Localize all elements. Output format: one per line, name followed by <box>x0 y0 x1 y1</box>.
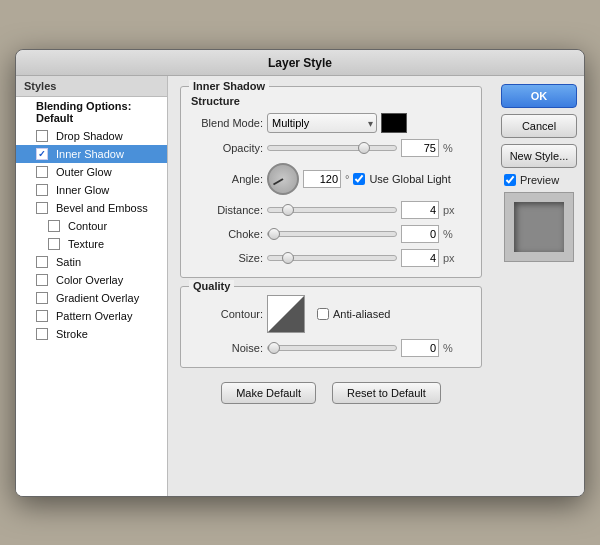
inner-shadow-checkbox[interactable]: ✓ <box>36 148 48 160</box>
drop-shadow-checkbox[interactable] <box>36 130 48 142</box>
size-slider[interactable] <box>267 255 397 261</box>
sidebar-item-outer-glow[interactable]: Outer Glow <box>16 163 167 181</box>
angle-dial[interactable] <box>267 163 299 195</box>
blend-mode-select-wrapper: Multiply Normal Screen Overlay <box>267 113 377 133</box>
sidebar-item-color-overlay[interactable]: Color Overlay <box>16 271 167 289</box>
blend-mode-row: Blend Mode: Multiply Normal Screen Overl… <box>191 113 471 133</box>
pattern-overlay-label: Pattern Overlay <box>56 310 132 322</box>
inner-shadow-label: Inner Shadow <box>56 148 124 160</box>
ok-button[interactable]: OK <box>501 84 577 108</box>
sidebar-item-texture[interactable]: Texture <box>16 235 167 253</box>
size-label: Size: <box>191 252 263 264</box>
sidebar-item-satin[interactable]: Satin <box>16 253 167 271</box>
sidebar-item-bevel-emboss[interactable]: Bevel and Emboss <box>16 199 167 217</box>
main-panel: Inner Shadow Structure Blend Mode: Multi… <box>168 76 494 496</box>
sidebar-item-stroke[interactable]: Stroke <box>16 325 167 343</box>
noise-unit: % <box>443 342 453 354</box>
color-overlay-checkbox[interactable] <box>36 274 48 286</box>
opacity-thumb[interactable] <box>358 142 370 154</box>
bevel-emboss-checkbox[interactable] <box>36 202 48 214</box>
contour-preview[interactable] <box>267 295 305 333</box>
noise-input[interactable] <box>401 339 439 357</box>
blend-color-swatch[interactable] <box>381 113 407 133</box>
make-default-button[interactable]: Make Default <box>221 382 316 404</box>
preview-box <box>504 192 574 262</box>
angle-label: Angle: <box>191 173 263 185</box>
anti-alias-label: Anti-aliased <box>317 308 390 320</box>
noise-thumb[interactable] <box>268 342 280 354</box>
opacity-row: Opacity: % <box>191 139 471 157</box>
anti-alias-text: Anti-aliased <box>333 308 390 320</box>
use-global-light-checkbox[interactable] <box>353 173 365 185</box>
outer-glow-checkbox[interactable] <box>36 166 48 178</box>
anti-alias-checkbox[interactable] <box>317 308 329 320</box>
stroke-label: Stroke <box>56 328 88 340</box>
quality-section: Quality Contour: Anti-aliased <box>180 286 482 368</box>
size-input[interactable] <box>401 249 439 267</box>
size-row: Size: px <box>191 249 471 267</box>
gradient-overlay-checkbox[interactable] <box>36 292 48 304</box>
choke-row: Choke: % <box>191 225 471 243</box>
pattern-overlay-checkbox[interactable] <box>36 310 48 322</box>
distance-row: Distance: px <box>191 201 471 219</box>
distance-label: Distance: <box>191 204 263 216</box>
preview-checkbox[interactable] <box>504 174 516 186</box>
contour-label: Contour: <box>191 308 263 320</box>
distance-input[interactable] <box>401 201 439 219</box>
blend-mode-select[interactable]: Multiply Normal Screen Overlay <box>267 113 377 133</box>
opacity-label: Opacity: <box>191 142 263 154</box>
angle-degree: ° <box>345 173 349 185</box>
size-thumb[interactable] <box>282 252 294 264</box>
blend-mode-label: Blend Mode: <box>191 117 263 129</box>
preview-text: Preview <box>520 174 559 186</box>
angle-row: Angle: ° Use Global Light <box>191 163 471 195</box>
color-overlay-label: Color Overlay <box>56 274 123 286</box>
satin-label: Satin <box>56 256 81 268</box>
outer-glow-label: Outer Glow <box>56 166 112 178</box>
blending-options-label: Blending Options: Default <box>36 100 159 124</box>
contour-label: Contour <box>68 220 107 232</box>
sidebar-item-gradient-overlay[interactable]: Gradient Overlay <box>16 289 167 307</box>
size-unit: px <box>443 252 455 264</box>
opacity-input[interactable] <box>401 139 439 157</box>
bevel-emboss-label: Bevel and Emboss <box>56 202 148 214</box>
sidebar-item-inner-glow[interactable]: Inner Glow <box>16 181 167 199</box>
sidebar-item-inner-shadow[interactable]: ✓ Inner Shadow <box>16 145 167 163</box>
distance-thumb[interactable] <box>282 204 294 216</box>
choke-unit: % <box>443 228 453 240</box>
sidebar-item-pattern-overlay[interactable]: Pattern Overlay <box>16 307 167 325</box>
contour-row: Contour: Anti-aliased <box>191 295 471 333</box>
dialog-title: Layer Style <box>16 50 584 76</box>
distance-slider[interactable] <box>267 207 397 213</box>
texture-checkbox[interactable] <box>48 238 60 250</box>
sidebar-item-drop-shadow[interactable]: Drop Shadow <box>16 127 167 145</box>
right-panel: OK Cancel New Style... Preview <box>494 76 584 496</box>
choke-label: Choke: <box>191 228 263 240</box>
choke-input[interactable] <box>401 225 439 243</box>
sidebar-item-contour[interactable]: Contour <box>16 217 167 235</box>
structure-subtitle: Structure <box>191 95 471 107</box>
inner-shadow-section: Inner Shadow Structure Blend Mode: Multi… <box>180 86 482 278</box>
inner-glow-checkbox[interactable] <box>36 184 48 196</box>
choke-thumb[interactable] <box>268 228 280 240</box>
noise-label: Noise: <box>191 342 263 354</box>
new-style-button[interactable]: New Style... <box>501 144 577 168</box>
sidebar-item-blending-options[interactable]: Blending Options: Default <box>16 97 167 127</box>
sidebar-header: Styles <box>16 76 167 97</box>
opacity-unit: % <box>443 142 453 154</box>
choke-slider[interactable] <box>267 231 397 237</box>
reset-to-default-button[interactable]: Reset to Default <box>332 382 441 404</box>
satin-checkbox[interactable] <box>36 256 48 268</box>
noise-slider[interactable] <box>267 345 397 351</box>
use-global-light-label: Use Global Light <box>353 173 450 185</box>
contour-svg <box>268 296 304 332</box>
opacity-slider[interactable] <box>267 145 397 151</box>
contour-checkbox[interactable] <box>48 220 60 232</box>
bottom-btn-row: Make Default Reset to Default <box>180 382 482 404</box>
cancel-button[interactable]: Cancel <box>501 114 577 138</box>
stroke-checkbox[interactable] <box>36 328 48 340</box>
inner-shadow-section-label: Inner Shadow <box>189 80 269 92</box>
angle-input[interactable] <box>303 170 341 188</box>
layer-style-dialog: Layer Style Styles Blending Options: Def… <box>15 49 585 497</box>
preview-inner <box>514 202 564 252</box>
